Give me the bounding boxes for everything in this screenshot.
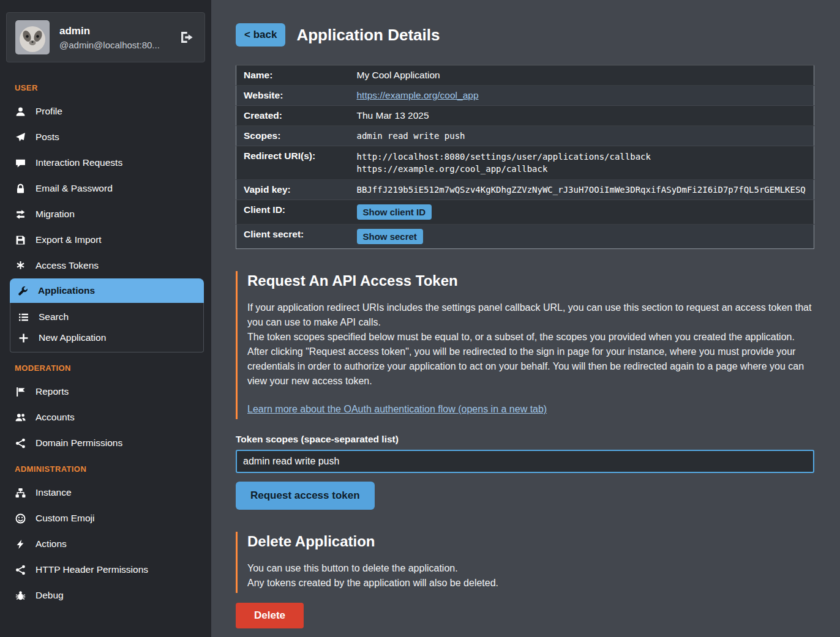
table-row-redirect-uris: Redirect URI(s): http://localhost:8080/s… <box>236 146 814 180</box>
user-name: admin <box>59 25 168 37</box>
sidebar-item-label: Accounts <box>36 412 75 423</box>
row-label: Scopes: <box>236 126 350 146</box>
table-row-scopes: Scopes: admin read write push <box>236 126 814 146</box>
request-token-paragraph: After clicking "Request access token", y… <box>247 345 814 389</box>
request-token-paragraph: If your application redirect URIs includ… <box>247 300 814 330</box>
sidebar-item-custom-emoji[interactable]: Custom Emoji <box>0 505 211 531</box>
sidebar-item-reports[interactable]: Reports <box>0 379 211 404</box>
table-row-created: Created: Thu Mar 13 2025 <box>236 106 814 126</box>
table-row-vapid-key: Vapid key: BBJffJ219b5iE512m7wQSzv4KgKDh… <box>236 180 814 200</box>
request-button-row: Request access token <box>236 473 814 510</box>
sidebar-item-label: HTTP Header Permissions <box>36 564 148 575</box>
row-label: Client ID: <box>236 200 350 225</box>
logout-button[interactable] <box>178 28 196 47</box>
floppy-icon <box>15 235 26 245</box>
sidebar-item-label: Migration <box>36 209 75 220</box>
sidebar-item-label: Interaction Requests <box>36 157 122 168</box>
row-label: Created: <box>236 106 350 126</box>
share-nodes-icon <box>15 438 26 449</box>
sidebar-item-profile[interactable]: Profile <box>0 99 211 124</box>
sidebar-item-posts[interactable]: Posts <box>0 124 211 150</box>
vapid-key-value: BBJffJ219b5iE512m7wQSzv4KgKDhgZZVzNyWC_r… <box>350 180 814 200</box>
avatar <box>15 20 50 54</box>
sidebar-item-debug[interactable]: Debug <box>0 583 211 608</box>
sidebar-item-label: Access Tokens <box>36 260 99 271</box>
token-scopes-input[interactable] <box>236 450 814 473</box>
redirect-uri: http://localhost:8080/settings/user/appl… <box>357 151 807 163</box>
scopes-value: admin read write push <box>350 126 814 146</box>
page-header: < back Application Details <box>236 23 814 47</box>
flag-icon <box>15 387 26 397</box>
application-details-table: Name: My Cool Application Website: https… <box>236 65 814 249</box>
sidebar-item-label: Email & Password <box>36 183 113 194</box>
show-secret-button[interactable]: Show secret <box>357 229 423 244</box>
delete-application-button[interactable]: Delete <box>236 603 304 628</box>
show-client-id-button[interactable]: Show client ID <box>357 204 432 220</box>
sidebar-item-migration[interactable]: Migration <box>0 201 211 227</box>
back-button[interactable]: < back <box>236 23 285 47</box>
users-icon <box>15 412 26 423</box>
main-content: < back Application Details Name: My Cool… <box>211 0 840 637</box>
list-icon <box>18 312 29 322</box>
sidebar-item-domain-permissions[interactable]: Domain Permissions <box>0 430 211 456</box>
sidebar-item-email-password[interactable]: Email & Password <box>0 176 211 201</box>
row-label: Website: <box>236 86 350 106</box>
paper-plane-icon <box>15 132 26 143</box>
request-token-title: Request An API Access Token <box>247 272 814 289</box>
share-nodes-icon <box>15 565 26 575</box>
sidebar-item-label: Reports <box>36 386 69 397</box>
bolt-icon <box>15 539 26 549</box>
row-label: Client secret: <box>236 225 350 249</box>
row-label: Redirect URI(s): <box>236 146 350 180</box>
user-card[interactable]: admin @admin@localhost:80... <box>6 12 205 62</box>
asterisk-icon <box>15 261 26 271</box>
sidebar-item-label: Instance <box>36 487 72 498</box>
lock-icon <box>15 184 26 194</box>
sidebar-item-label: Export & Import <box>36 234 102 245</box>
delete-application-line: Any tokens created by the application wi… <box>247 576 814 590</box>
section-label-administration: ADMINISTRATION <box>0 456 211 480</box>
oauth-docs-link[interactable]: Learn more about the OAuth authenticatio… <box>247 404 547 414</box>
bug-icon <box>15 590 26 601</box>
table-row-client-secret: Client secret: Show secret <box>236 225 814 249</box>
sidebar-item-label: Debug <box>36 590 64 601</box>
exchange-icon <box>15 209 26 220</box>
sloth-avatar-image <box>15 20 50 54</box>
row-label: Vapid key: <box>236 180 350 200</box>
table-row-website: Website: https://example.org/cool_app <box>236 86 814 106</box>
sidebar-item-access-tokens[interactable]: Access Tokens <box>0 253 211 278</box>
comment-icon <box>15 158 26 168</box>
sidebar-item-applications-search[interactable]: Search <box>10 305 203 326</box>
redirect-uri: https://example.org/cool_app/callback <box>357 163 807 175</box>
sidebar-item-label: Custom Emoji <box>36 513 94 524</box>
sidebar-nav: USER Profile Posts Interaction Requests … <box>0 72 211 613</box>
applications-submenu: Search New Application <box>10 303 204 352</box>
app-name-value: My Cool Application <box>350 65 814 86</box>
token-scopes-label: Token scopes (space-separated list) <box>236 434 814 445</box>
delete-application-title: Delete Application <box>247 533 814 550</box>
sidebar-item-label: Applications <box>38 285 95 296</box>
user-icon <box>15 106 26 117</box>
sidebar-item-label: Search <box>39 311 69 322</box>
request-access-token-button[interactable]: Request access token <box>236 482 375 510</box>
sidebar-item-label: Actions <box>36 538 67 549</box>
sidebar-item-http-header-permissions[interactable]: HTTP Header Permissions <box>0 557 211 583</box>
delete-application-section: Delete Application You can use this butt… <box>236 532 814 593</box>
sidebar-item-label: New Application <box>39 332 106 343</box>
website-link[interactable]: https://example.org/cool_app <box>357 90 479 100</box>
sidebar-item-instance[interactable]: Instance <box>0 480 211 505</box>
user-info: admin @admin@localhost:80... <box>59 25 168 50</box>
sitemap-icon <box>15 488 26 498</box>
user-handle: @admin@localhost:80... <box>59 40 168 50</box>
wrench-icon <box>17 286 28 296</box>
sidebar-item-applications[interactable]: Applications <box>10 278 204 303</box>
page-title: Application Details <box>296 26 440 45</box>
sidebar-item-interaction-requests[interactable]: Interaction Requests <box>0 150 211 176</box>
table-row-client-id: Client ID: Show client ID <box>236 200 814 225</box>
sidebar-item-actions[interactable]: Actions <box>0 531 211 557</box>
sidebar-item-export-import[interactable]: Export & Import <box>0 227 211 253</box>
sidebar-item-accounts[interactable]: Accounts <box>0 404 211 430</box>
applications-group: Applications Search New Application <box>10 278 204 352</box>
plus-icon <box>18 333 29 343</box>
sidebar-item-new-application[interactable]: New Application <box>10 326 203 347</box>
